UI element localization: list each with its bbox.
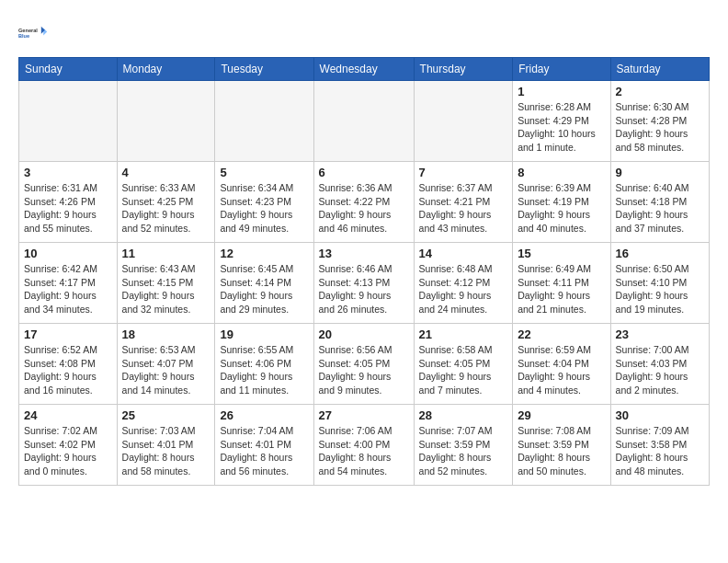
day-info: Sunrise: 6:46 AMSunset: 4:13 PMDaylight:…	[319, 262, 409, 316]
day-number: 30	[616, 408, 704, 422]
day-number: 12	[220, 247, 308, 260]
day-number: 15	[518, 247, 605, 260]
calendar-cell: 8Sunrise: 6:39 AMSunset: 4:19 PMDaylight…	[513, 162, 610, 243]
calendar-header-row: SundayMondayTuesdayWednesdayThursdayFrid…	[19, 58, 710, 81]
day-number: 19	[220, 327, 308, 341]
calendar-cell: 29Sunrise: 7:08 AMSunset: 3:59 PMDayligh…	[513, 405, 610, 486]
calendar-cell: 9Sunrise: 6:40 AMSunset: 4:18 PMDaylight…	[610, 162, 709, 243]
day-info: Sunrise: 6:33 AMSunset: 4:25 PMDaylight:…	[122, 181, 210, 236]
calendar-cell: 5Sunrise: 6:34 AMSunset: 4:23 PMDaylight…	[215, 162, 313, 243]
day-number: 1	[518, 85, 605, 98]
calendar-cell: 30Sunrise: 7:09 AMSunset: 3:58 PMDayligh…	[610, 405, 709, 486]
calendar-cell: 18Sunrise: 6:53 AMSunset: 4:07 PMDayligh…	[117, 324, 215, 405]
calendar-header-thursday: Thursday	[414, 58, 513, 81]
day-info: Sunrise: 6:30 AMSunset: 4:28 PMDaylight:…	[616, 100, 704, 155]
calendar-cell: 10Sunrise: 6:42 AMSunset: 4:17 PMDayligh…	[19, 243, 118, 324]
calendar-cell: 1Sunrise: 6:28 AMSunset: 4:29 PMDaylight…	[513, 81, 610, 162]
day-info: Sunrise: 6:34 AMSunset: 4:23 PMDaylight:…	[220, 181, 308, 236]
calendar-cell: 23Sunrise: 7:00 AMSunset: 4:03 PMDayligh…	[610, 324, 709, 405]
day-info: Sunrise: 6:42 AMSunset: 4:17 PMDaylight:…	[24, 262, 112, 316]
calendar-cell: 20Sunrise: 6:56 AMSunset: 4:05 PMDayligh…	[313, 324, 414, 405]
day-number: 3	[24, 166, 112, 179]
day-number: 20	[319, 327, 409, 341]
calendar-cell: 7Sunrise: 6:37 AMSunset: 4:21 PMDaylight…	[414, 162, 513, 243]
day-number: 22	[518, 327, 605, 341]
calendar-cell: 19Sunrise: 6:55 AMSunset: 4:06 PMDayligh…	[215, 324, 313, 405]
day-info: Sunrise: 7:03 AMSunset: 4:01 PMDaylight:…	[122, 424, 210, 478]
calendar-header-tuesday: Tuesday	[215, 58, 313, 81]
calendar-cell: 14Sunrise: 6:48 AMSunset: 4:12 PMDayligh…	[414, 243, 513, 324]
week-row-3: 10Sunrise: 6:42 AMSunset: 4:17 PMDayligh…	[19, 243, 710, 324]
day-info: Sunrise: 7:02 AMSunset: 4:02 PMDaylight:…	[24, 424, 112, 478]
calendar-header-saturday: Saturday	[610, 58, 709, 81]
day-number: 28	[419, 408, 508, 422]
day-number: 14	[419, 247, 508, 260]
day-info: Sunrise: 6:56 AMSunset: 4:05 PMDaylight:…	[319, 343, 409, 397]
week-row-4: 17Sunrise: 6:52 AMSunset: 4:08 PMDayligh…	[19, 324, 710, 405]
day-info: Sunrise: 7:00 AMSunset: 4:03 PMDaylight:…	[616, 343, 704, 397]
day-number: 24	[24, 408, 112, 422]
calendar-table: SundayMondayTuesdayWednesdayThursdayFrid…	[18, 57, 710, 486]
day-info: Sunrise: 6:40 AMSunset: 4:18 PMDaylight:…	[616, 181, 704, 236]
day-number: 25	[122, 408, 210, 422]
day-number: 9	[616, 166, 704, 179]
calendar-cell: 15Sunrise: 6:49 AMSunset: 4:11 PMDayligh…	[513, 243, 610, 324]
day-number: 17	[24, 327, 112, 341]
calendar-header-wednesday: Wednesday	[313, 58, 414, 81]
day-number: 29	[518, 408, 605, 422]
header: GeneralBlue	[18, 18, 710, 48]
day-info: Sunrise: 6:45 AMSunset: 4:14 PMDaylight:…	[220, 262, 308, 316]
week-row-2: 3Sunrise: 6:31 AMSunset: 4:26 PMDaylight…	[19, 162, 710, 243]
calendar-cell: 4Sunrise: 6:33 AMSunset: 4:25 PMDaylight…	[117, 162, 215, 243]
calendar-cell: 25Sunrise: 7:03 AMSunset: 4:01 PMDayligh…	[117, 405, 215, 486]
day-number: 27	[319, 408, 409, 422]
day-info: Sunrise: 6:52 AMSunset: 4:08 PMDaylight:…	[24, 343, 112, 397]
day-info: Sunrise: 6:36 AMSunset: 4:22 PMDaylight:…	[319, 181, 409, 236]
day-number: 2	[616, 85, 704, 98]
day-info: Sunrise: 6:58 AMSunset: 4:05 PMDaylight:…	[419, 343, 508, 397]
calendar-header-sunday: Sunday	[19, 58, 118, 81]
day-info: Sunrise: 6:31 AMSunset: 4:26 PMDaylight:…	[24, 181, 112, 236]
week-row-1: 1Sunrise: 6:28 AMSunset: 4:29 PMDaylight…	[19, 81, 710, 162]
calendar-cell: 16Sunrise: 6:50 AMSunset: 4:10 PMDayligh…	[610, 243, 709, 324]
calendar-header-monday: Monday	[117, 58, 215, 81]
day-info: Sunrise: 7:09 AMSunset: 3:58 PMDaylight:…	[616, 424, 704, 478]
calendar-cell: 11Sunrise: 6:43 AMSunset: 4:15 PMDayligh…	[117, 243, 215, 324]
day-info: Sunrise: 6:49 AMSunset: 4:11 PMDaylight:…	[518, 262, 605, 316]
day-number: 16	[616, 247, 704, 260]
calendar-cell: 13Sunrise: 6:46 AMSunset: 4:13 PMDayligh…	[313, 243, 414, 324]
day-info: Sunrise: 6:39 AMSunset: 4:19 PMDaylight:…	[518, 181, 605, 236]
calendar-cell	[117, 81, 215, 162]
calendar-cell: 22Sunrise: 6:59 AMSunset: 4:04 PMDayligh…	[513, 324, 610, 405]
page: GeneralBlue SundayMondayTuesdayWednesday…	[0, 0, 728, 495]
calendar-cell: 17Sunrise: 6:52 AMSunset: 4:08 PMDayligh…	[19, 324, 118, 405]
week-row-5: 24Sunrise: 7:02 AMSunset: 4:02 PMDayligh…	[19, 405, 710, 486]
day-info: Sunrise: 6:43 AMSunset: 4:15 PMDaylight:…	[122, 262, 210, 316]
day-number: 7	[419, 166, 508, 179]
day-number: 13	[319, 247, 409, 260]
calendar-cell	[414, 81, 513, 162]
day-number: 11	[122, 247, 210, 260]
day-info: Sunrise: 7:06 AMSunset: 4:00 PMDaylight:…	[319, 424, 409, 478]
day-info: Sunrise: 6:37 AMSunset: 4:21 PMDaylight:…	[419, 181, 508, 236]
day-number: 21	[419, 327, 508, 341]
svg-text:Blue: Blue	[18, 33, 29, 39]
day-info: Sunrise: 7:07 AMSunset: 3:59 PMDaylight:…	[419, 424, 508, 478]
day-number: 23	[616, 327, 704, 341]
day-number: 4	[122, 166, 210, 179]
calendar-cell	[19, 81, 118, 162]
calendar-cell: 21Sunrise: 6:58 AMSunset: 4:05 PMDayligh…	[414, 324, 513, 405]
day-info: Sunrise: 6:55 AMSunset: 4:06 PMDaylight:…	[220, 343, 308, 397]
logo-icon: GeneralBlue	[18, 18, 48, 48]
calendar-cell: 12Sunrise: 6:45 AMSunset: 4:14 PMDayligh…	[215, 243, 313, 324]
calendar-header-friday: Friday	[513, 58, 610, 81]
calendar-cell: 6Sunrise: 6:36 AMSunset: 4:22 PMDaylight…	[313, 162, 414, 243]
calendar-cell	[313, 81, 414, 162]
calendar-cell: 3Sunrise: 6:31 AMSunset: 4:26 PMDaylight…	[19, 162, 118, 243]
day-info: Sunrise: 6:48 AMSunset: 4:12 PMDaylight:…	[419, 262, 508, 316]
day-info: Sunrise: 7:08 AMSunset: 3:59 PMDaylight:…	[518, 424, 605, 478]
day-info: Sunrise: 6:28 AMSunset: 4:29 PMDaylight:…	[518, 100, 605, 155]
day-info: Sunrise: 6:50 AMSunset: 4:10 PMDaylight:…	[616, 262, 704, 316]
day-info: Sunrise: 6:53 AMSunset: 4:07 PMDaylight:…	[122, 343, 210, 397]
calendar-cell: 28Sunrise: 7:07 AMSunset: 3:59 PMDayligh…	[414, 405, 513, 486]
